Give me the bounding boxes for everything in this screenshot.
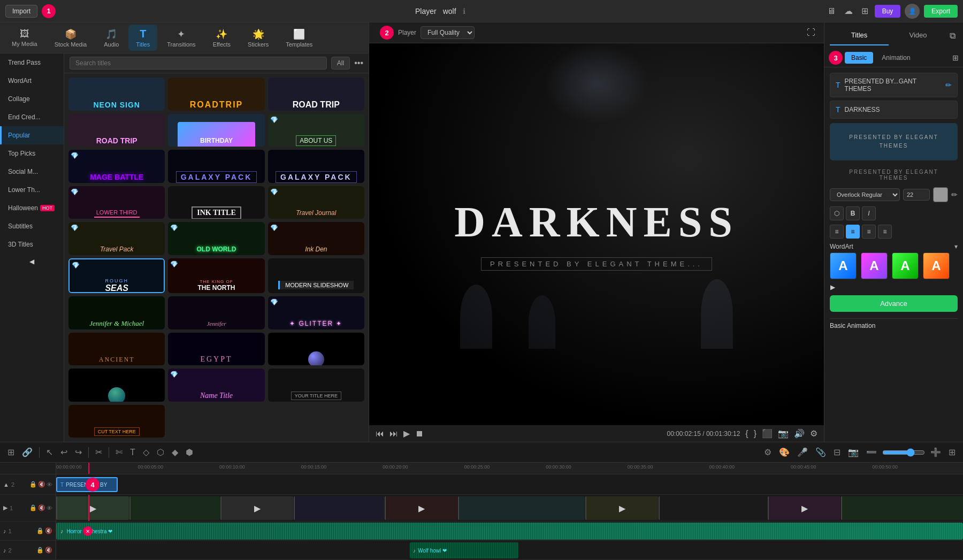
tab-transitions[interactable]: ✦ Transitions (159, 25, 203, 51)
video-clip-2[interactable] (129, 496, 220, 520)
title-card-galaxy-2[interactable]: GALAXY PACK ⬇ Galaxy Pack Title 2 (268, 150, 364, 183)
title-card-birthday[interactable]: BIRTHDAY ⬇ Birthday Pack Title 3 (168, 114, 264, 147)
tl-undo[interactable]: ↩ (58, 446, 70, 458)
tl-split2[interactable]: ⊟ (831, 446, 843, 458)
step-back-button[interactable]: ⏭ (389, 429, 398, 439)
video-eye-btn[interactable]: 👁 (47, 504, 52, 511)
panel-options-icon[interactable]: ⊞ (952, 53, 959, 62)
title-card-ancient-01[interactable]: ANCIENT ⬇ Ancient Cl...Opener 01 (68, 333, 165, 366)
tl-text[interactable]: T (128, 447, 137, 458)
filter-button[interactable]: All (331, 57, 350, 70)
wolf-howl-clip[interactable]: ♪ Wolf howl ❤ (410, 542, 518, 558)
align-center-button[interactable]: ≡ (846, 225, 860, 239)
video-clip-6[interactable] (458, 496, 585, 520)
wordart-option-3[interactable]: A (892, 252, 919, 279)
title-card-garden[interactable]: Jennifer & Michael ⬇ Garden-Title 2 (68, 296, 165, 329)
title-card-box-north[interactable]: 💎 THE KING OF THE NORTH ⬇ Box Office...f… (168, 258, 264, 294)
fullscreen-btn[interactable]: ⬛ (762, 428, 773, 439)
settings-icon[interactable]: ⚙ (810, 428, 817, 439)
title-card-galaxy-1[interactable]: GALAXY PACK ⬇ Galaxy Pack Title 1 (168, 150, 264, 183)
quality-select[interactable]: Full Quality Half Quality (421, 26, 475, 39)
tl-zoom-out[interactable]: ➖ (864, 446, 879, 458)
video-clip-7[interactable]: ▶ (585, 496, 658, 520)
tl-camera[interactable]: 📷 (846, 446, 861, 458)
align-justify-button[interactable]: ≡ (878, 225, 892, 239)
title-card-cut-text[interactable]: CUT TEXT HERE ⬇ Cut Text (68, 405, 165, 438)
grid-icon[interactable]: ⊞ (859, 4, 870, 18)
video-clip-9[interactable]: ▶ (768, 496, 840, 520)
title-card-floral[interactable]: Jennifer ⬇ Floral-Title 3 (168, 296, 264, 329)
fullscreen-icon[interactable]: ⛶ (805, 26, 817, 40)
title-card-box-office-seas[interactable]: 💎 ROUGH SEAS ⬇ Box Office...ugh Seas (68, 258, 165, 294)
snapshot-icon[interactable]: 📷 (778, 428, 789, 439)
title-card-glitter[interactable]: ✦ GLITTER ✦ ⬇ 💎 Glitter Gla...werthird 0… (268, 296, 364, 329)
tab-stickers[interactable]: 🌟 Stickers (240, 25, 276, 51)
title-card-modern[interactable]: MODERN SLIDESHOW ⬇ Modern Sli...ow Title… (268, 258, 364, 294)
title-eye-btn[interactable]: 👁 (47, 481, 52, 488)
tl-tool-cursor[interactable]: ↖ (44, 446, 55, 458)
title-entry-darkness[interactable]: T DARKNESS (830, 101, 958, 119)
title-card-name-title[interactable]: 💎 Name Title ⬇ Name Title (168, 369, 264, 402)
wordart-option-4[interactable]: A (923, 252, 950, 279)
align-left-button[interactable]: ≡ (830, 225, 844, 239)
wordart-option-1[interactable]: A (830, 252, 857, 279)
title-card-travel-2[interactable]: Travel Pack ⬇ 💎 Travel Jou...ack Title 2 (68, 222, 165, 255)
tab-stock-media[interactable]: 📦 Stock Media (47, 25, 95, 51)
stop-button[interactable]: ⏹ (415, 429, 424, 439)
video-clip-4[interactable] (294, 496, 385, 520)
tab-video-right[interactable]: Video (889, 26, 947, 45)
title-card-diy-ink[interactable]: 💎 Ink Den ⬇ DIY Ink Pa...owerthird 2 (268, 222, 364, 255)
tl-cut[interactable]: ✄ (113, 446, 125, 458)
expand-panel-icon[interactable]: ⧉ (947, 29, 958, 43)
title-volume-btn[interactable]: 🔇 (38, 481, 45, 488)
tl-settings[interactable]: ⚙ (762, 446, 774, 458)
sidebar-collapse-btn[interactable]: ◀ (0, 254, 64, 270)
audio2-volume-btn[interactable]: 🔇 (45, 547, 52, 554)
horror-orchestra-clip[interactable]: ♪ Horror Orchestra ❤ ✕ (56, 523, 963, 540)
tab-my-media[interactable]: 🖼 My Media (4, 25, 45, 50)
tl-color-grade[interactable]: 🎨 (777, 446, 792, 458)
title-card-big-screen[interactable]: 💎 MAGE BATTLE ⬇ Big Screen...Opener 11 (68, 150, 165, 183)
wordart-option-2[interactable]: A (861, 252, 888, 279)
title-card-road-trip-3[interactable]: ROAD TRIP ⬇ Road Trip Pack Title 2 (68, 114, 165, 147)
color-picker-icon[interactable]: ✏ (951, 190, 958, 199)
tl-split[interactable]: ✂ (93, 446, 104, 458)
title-card-planets-01[interactable]: ⬇ Planets Pa...Opener 01 (268, 333, 364, 366)
font-color-swatch[interactable] (933, 187, 948, 202)
monitor-icon[interactable]: 🖥 (825, 4, 838, 18)
tab-titles-right[interactable]: Titles (830, 26, 889, 45)
title-card-your-title[interactable]: YOUR TITLE HERE ⬇ Your Title (268, 369, 364, 402)
mark-in-icon[interactable]: { (745, 429, 748, 439)
wordart-scroll-icon[interactable]: ▶ (830, 283, 835, 291)
zoom-slider[interactable] (882, 448, 925, 457)
tl-zoom-in[interactable]: ➕ (928, 446, 943, 458)
format-style-1[interactable]: ⬡ (830, 206, 844, 220)
title-card-planets-earth[interactable]: ⬇ Planets Pa...er 07 Earth (68, 369, 165, 402)
title-card-fuchsia[interactable]: 💎 LOWER THIRD ⬇ Fuchsia Pa...werthird 2 (68, 186, 165, 219)
buy-button[interactable]: Buy (875, 5, 901, 18)
audio1-volume-btn[interactable]: 🔇 (45, 527, 52, 534)
sidebar-item-popular[interactable]: Popular (0, 126, 64, 144)
video-volume-btn[interactable]: 🔇 (38, 504, 45, 511)
bold-button[interactable]: B (846, 206, 860, 220)
sidebar-item-end-cred[interactable]: End Cred... (0, 108, 64, 126)
font-size-input[interactable] (903, 189, 930, 201)
tab-templates[interactable]: ⬜ Templates (278, 25, 320, 51)
tab-effects[interactable]: ✨ Effects (205, 25, 238, 51)
tl-composite[interactable]: ⬢ (184, 446, 195, 458)
video-clip-1[interactable]: ▶ (56, 496, 129, 520)
sidebar-item-lower-th[interactable]: Lower Th... (0, 181, 64, 199)
tl-tool-layers[interactable]: ⊞ (5, 446, 17, 458)
sidebar-item-3d[interactable]: 3D Titles (0, 235, 64, 254)
tl-shape[interactable]: ◇ (141, 446, 151, 458)
italic-button[interactable]: I (862, 206, 876, 220)
sidebar-item-social[interactable]: Social M... (0, 163, 64, 181)
sidebar-item-top-picks[interactable]: Top Picks (0, 144, 64, 163)
video-clip-8[interactable] (659, 496, 767, 520)
sidebar-item-subtitles[interactable]: Subtitles (0, 217, 64, 235)
sidebar-item-collage[interactable]: Collage (0, 90, 64, 108)
sidebar-item-wordart[interactable]: WordArt (0, 72, 64, 90)
tl-grid[interactable]: ⊞ (946, 446, 958, 458)
volume-icon[interactable]: 🔊 (794, 428, 805, 439)
export-button[interactable]: Export (924, 5, 958, 18)
